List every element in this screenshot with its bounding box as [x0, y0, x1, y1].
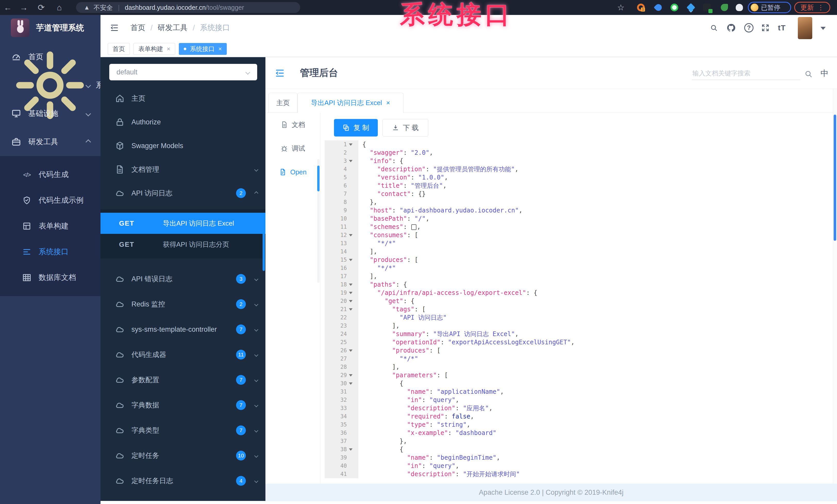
- api-group-0[interactable]: 主页: [101, 87, 265, 110]
- close-tag-icon[interactable]: ×: [167, 45, 170, 53]
- sidebar-subitem-2[interactable]: 表单构建: [0, 213, 101, 239]
- cloud-icon: [115, 476, 125, 486]
- browser-reload-icon[interactable]: ⟳: [34, 0, 49, 15]
- api-sidebar-scrollbar[interactable]: [263, 216, 265, 271]
- doc-tab-1[interactable]: 导出API 访问日志 Excel×: [297, 93, 404, 113]
- api-group-12[interactable]: 定时任务10: [101, 443, 265, 468]
- token-s: "导出API 访问日志 Excel": [433, 331, 515, 338]
- api-operation-0[interactable]: GET导出API 访问日志 Excel: [101, 213, 265, 234]
- api-group-9[interactable]: 参数配置7: [101, 367, 265, 392]
- extension-icon-4[interactable]: [687, 3, 695, 12]
- font-size-icon[interactable]: tT: [773, 15, 790, 41]
- sidebar-item-label: 研发工具: [28, 137, 58, 147]
- fold-toggle-icon[interactable]: [347, 144, 355, 146]
- api-operation-1[interactable]: GET获得API 访问日志分页: [101, 234, 265, 255]
- fold-toggle-icon[interactable]: [347, 308, 355, 311]
- token-p: :: [426, 331, 433, 338]
- collapse-menu-icon[interactable]: [110, 23, 119, 33]
- address-bar[interactable]: ▲ 不安全 | dashboard.yudao.iocoder.cn/tool/…: [76, 2, 300, 13]
- fold-toggle-icon[interactable]: [347, 350, 355, 352]
- browser-forward-icon[interactable]: →: [16, 0, 32, 15]
- language-toggle[interactable]: 中: [820, 68, 829, 79]
- api-group-1[interactable]: Authorize: [101, 110, 265, 134]
- update-browser-button[interactable]: 更新 ⋮: [794, 2, 830, 13]
- fold-toggle-icon[interactable]: [347, 374, 355, 376]
- api-group-5[interactable]: API 错误日志3: [101, 266, 265, 292]
- token-p: : [: [407, 256, 418, 263]
- extension-icon-6[interactable]: [720, 3, 729, 12]
- browser-home-icon[interactable]: ⌂: [52, 0, 67, 15]
- close-tag-icon[interactable]: ×: [218, 45, 222, 53]
- sidebar-item-2[interactable]: 基础设施: [0, 99, 101, 128]
- collapsed-array-icon[interactable]: [411, 224, 416, 230]
- header-search-icon[interactable]: [706, 15, 722, 41]
- fold-toggle-icon[interactable]: [347, 448, 355, 451]
- fold-toggle-icon[interactable]: [347, 300, 355, 302]
- api-group-4[interactable]: API 访问日志2: [101, 181, 265, 205]
- extension-icon-7[interactable]: [735, 3, 744, 12]
- code-line: 2 "swagger": "2.0",: [325, 149, 833, 157]
- sidebar-subitem-0[interactable]: </>代码生成: [0, 162, 101, 187]
- fold-toggle-icon[interactable]: [347, 160, 355, 162]
- sidebar-item-3[interactable]: 研发工具: [0, 128, 101, 156]
- token-p: {: [400, 380, 403, 387]
- bookmark-star-icon[interactable]: ☆: [617, 3, 625, 12]
- browser-back-icon[interactable]: ←: [0, 0, 16, 15]
- api-group-14[interactable]: 岗位7: [101, 493, 265, 501]
- fullscreen-icon[interactable]: [757, 15, 773, 41]
- api-group-7[interactable]: sys-sms-template-controller7: [101, 317, 265, 342]
- doc-collapse-icon[interactable]: [275, 68, 285, 78]
- close-tab-icon[interactable]: ×: [386, 99, 390, 107]
- api-group-11[interactable]: 字典类型7: [101, 418, 265, 443]
- api-group-8[interactable]: 代码生成器11: [101, 342, 265, 367]
- user-menu-caret-icon[interactable]: [820, 27, 826, 30]
- fold-toggle-icon[interactable]: [347, 259, 355, 261]
- paused-extension-button[interactable]: 已暂停: [748, 2, 791, 13]
- copy-button[interactable]: 复 制: [334, 119, 378, 136]
- doc-nav-1[interactable]: 调试: [265, 136, 320, 160]
- code-line: 21 "tags": [: [325, 305, 833, 313]
- api-group-3[interactable]: 文档管理: [101, 157, 265, 181]
- fold-toggle-icon[interactable]: [347, 234, 355, 237]
- content-scroll-thumb[interactable]: [834, 115, 836, 241]
- token-w: [362, 264, 377, 272]
- extension-icon-2[interactable]: [654, 3, 663, 12]
- extension-icon-3[interactable]: [670, 3, 679, 12]
- sidebar-item-1[interactable]: 系统管理: [0, 71, 101, 99]
- page-tag-2[interactable]: 系统接口×: [179, 43, 227, 55]
- breadcrumb-home[interactable]: 首页: [130, 23, 145, 33]
- api-group-2[interactable]: Swagger Models: [101, 134, 265, 157]
- active-tag-dot: [184, 48, 186, 50]
- api-group-select[interactable]: default: [109, 64, 257, 80]
- api-menu: 主页AuthorizeSwagger Models文档管理API 访问日志2GE…: [101, 87, 265, 501]
- browser-menu-icon[interactable]: ⋮: [817, 4, 824, 12]
- help-icon[interactable]: ?: [741, 15, 757, 41]
- doc-tab-0[interactable]: 主页: [268, 93, 297, 113]
- token-p: : {}: [411, 190, 426, 198]
- token-w: [362, 166, 377, 173]
- extension-icon-1[interactable]: 1: [637, 3, 645, 12]
- api-group-10[interactable]: 字典数据7: [101, 392, 265, 418]
- sidebar-subitem-3[interactable]: 系统接口: [0, 239, 101, 265]
- download-button[interactable]: 下 载: [382, 119, 428, 136]
- api-group-6[interactable]: Redis 监控2: [101, 292, 265, 317]
- doc-search-input[interactable]: [692, 69, 800, 80]
- doc-nav-0[interactable]: 文档: [265, 113, 320, 136]
- api-group-label: 字典数据: [131, 400, 159, 410]
- sidebar-subitem-4[interactable]: 数据库文档: [0, 265, 101, 291]
- app-logo[interactable]: 芋道管理系统: [0, 15, 101, 41]
- fold-toggle-icon[interactable]: [347, 382, 355, 385]
- github-icon[interactable]: [723, 15, 740, 41]
- doc-search-icon[interactable]: [804, 70, 813, 78]
- token-w: [362, 339, 392, 346]
- api-group-13[interactable]: 定时任务日志4: [101, 468, 265, 493]
- doc-nav-open[interactable]: Open: [265, 160, 320, 184]
- extension-icon-5[interactable]: [702, 3, 711, 12]
- fold-toggle-icon[interactable]: [347, 283, 355, 286]
- user-avatar[interactable]: [798, 17, 812, 39]
- fold-toggle-icon[interactable]: [347, 292, 355, 294]
- sidebar-subitem-1[interactable]: 代码生成示例: [0, 187, 101, 213]
- page-tag-0[interactable]: 首页: [108, 43, 130, 55]
- breadcrumb-devtools[interactable]: 研发工具: [158, 23, 188, 33]
- page-tag-1[interactable]: 表单构建×: [133, 43, 175, 55]
